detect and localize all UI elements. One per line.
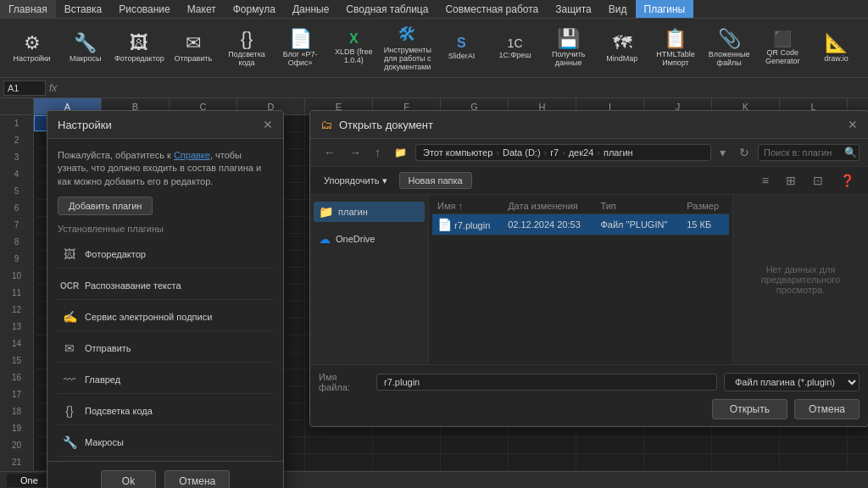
toolbar-btn-settings[interactable]: ⚙ Настройки <box>7 23 57 74</box>
breadcrumb-data[interactable]: Data (D:) <box>503 147 541 158</box>
preview-text: Нет данных для предварительного просмотр… <box>742 264 860 295</box>
filename-label: Имя файла: <box>319 372 370 392</box>
cell-I20[interactable] <box>576 437 644 453</box>
row-num-14: 14 <box>0 336 34 352</box>
folder-item-plugin[interactable]: 📁 плагин <box>314 202 425 222</box>
row-num-20: 20 <box>0 437 34 453</box>
toolbar-btn-htmltable[interactable]: 📋 HTMLTable Импорт <box>650 23 700 74</box>
menu-item-insert[interactable]: Вставка <box>56 0 111 18</box>
cell-L21[interactable] <box>780 454 848 470</box>
toolbar-btn-fresh[interactable]: 1С 1С:Фреш <box>490 23 540 74</box>
menu-item-draw[interactable]: Рисование <box>110 0 178 18</box>
menu-item-plugins[interactable]: Плагины <box>636 0 694 18</box>
cell-J20[interactable] <box>644 437 712 453</box>
filetype-select[interactable]: Файл плагина (*.plugin) <box>724 373 860 391</box>
toolbar-btn-blog[interactable]: 📄 Блог «Р7-Офис» <box>275 23 326 74</box>
nav-refresh-button[interactable]: 📁 <box>389 145 412 160</box>
col-type[interactable]: Тип <box>595 198 682 214</box>
cell-I21[interactable] <box>576 454 644 470</box>
plugin-icon-sign: ✍ <box>61 308 78 325</box>
toolbar-btn-photo[interactable]: 🖼 Фоторедактор <box>114 23 164 74</box>
row-num-19: 19 <box>0 420 34 436</box>
cell-G20[interactable] <box>441 437 509 453</box>
sort-button[interactable]: Упорядочить ▾ <box>319 174 392 188</box>
cell-L20[interactable] <box>780 437 848 453</box>
cell-E21[interactable] <box>305 454 373 470</box>
toolbar-btn-macros[interactable]: 🔧 Макросы <box>60 23 110 74</box>
settings-icon: ⚙ <box>24 34 41 53</box>
menu-item-pivot[interactable]: Сводная таблица <box>337 0 437 18</box>
settings-dialog-title: Настройки ✕ <box>47 111 283 139</box>
cell-H21[interactable] <box>509 454 576 470</box>
nav-dropdown-button[interactable]: ▾ <box>715 144 731 161</box>
open-button[interactable]: Открыть <box>712 399 787 419</box>
menu-item-formula[interactable]: Формула <box>225 0 284 18</box>
col-date[interactable]: Дата изменения <box>503 198 595 214</box>
view-list-button[interactable]: ≡ <box>757 172 774 189</box>
breadcrumb-computer[interactable]: Этот компьютер <box>423 147 492 158</box>
plugin-name-photo: Фоторедактор <box>85 249 270 259</box>
breadcrumb-dek24[interactable]: дек24 <box>569 147 594 158</box>
cell-K21[interactable] <box>712 454 780 470</box>
add-plugin-button[interactable]: Добавить плагин <box>58 197 153 215</box>
toolbar-btn-tools[interactable]: 🛠 Инструменты для работы с документами <box>382 23 433 74</box>
nav-back-button[interactable]: ← <box>319 144 341 161</box>
breadcrumb-r7[interactable]: r7 <box>550 147 559 158</box>
settings-close-button[interactable]: ✕ <box>263 118 273 131</box>
breadcrumb-plugin[interactable]: плагин <box>604 147 633 158</box>
search-input[interactable] <box>764 147 844 158</box>
menu-item-view[interactable]: Вид <box>600 0 636 18</box>
cell-E20[interactable] <box>305 437 373 453</box>
filename-input[interactable] <box>376 374 717 391</box>
cell-F21[interactable] <box>373 454 441 470</box>
menu-item-protect[interactable]: Защита <box>547 0 600 18</box>
settings-help-link[interactable]: Справке <box>174 150 210 160</box>
fileopen-close-button[interactable]: ✕ <box>848 118 858 131</box>
col-name[interactable]: Имя ↑ <box>432 198 503 214</box>
toolbar-btn-fresh-label: 1С:Фреш <box>499 51 531 59</box>
cell-J21[interactable] <box>644 454 712 470</box>
toolbar-btn-slider[interactable]: S SliderAI <box>437 23 487 74</box>
sheet-tab-one[interactable]: One <box>7 474 52 487</box>
col-size[interactable]: Размер <box>682 198 729 214</box>
plugin-icon-send: ✉ <box>61 340 78 357</box>
file-row-r7plugin[interactable]: 📄 r7.plugin 02.12.2024 20:53 Файл "PLUGI… <box>432 214 729 236</box>
cell-M20[interactable] <box>848 437 868 453</box>
settings-cancel-button[interactable]: Отмена <box>164 470 230 488</box>
toolbar-btn-attachments[interactable]: 📎 Вложенные файлы <box>704 23 754 74</box>
toolbar-btn-mindmap[interactable]: 🗺 MindMap <box>597 23 647 74</box>
cell-G21[interactable] <box>441 454 509 470</box>
fileopen-actions: Открыть Отмена <box>319 399 860 419</box>
row-num-12: 12 <box>0 302 34 318</box>
plugin-item-ocr: OCR Распознавание текста <box>58 272 273 300</box>
toolbar-btn-code[interactable]: {} Подсветка кода <box>221 23 271 74</box>
formula-input[interactable] <box>60 82 865 94</box>
folder-item-onedrive[interactable]: ☁ OneDrive <box>314 229 425 249</box>
view-grid-button[interactable]: ⊞ <box>781 172 801 189</box>
cell-M21[interactable] <box>848 454 868 470</box>
menu-item-layout[interactable]: Макет <box>179 0 225 18</box>
nav-reload-button[interactable]: ↻ <box>734 144 754 161</box>
cell-F20[interactable] <box>373 437 441 453</box>
new-folder-button[interactable]: Новая папка <box>399 172 472 189</box>
menu-bar: Главная Вставка Рисование Макет Формула … <box>0 0 868 19</box>
toolbar-btn-xldb[interactable]: X XLDB (free 1.0.4) <box>329 23 379 74</box>
nav-forward-button[interactable]: → <box>344 144 366 161</box>
cell-reference[interactable] <box>3 80 46 96</box>
menu-item-collab[interactable]: Совместная работа <box>437 0 547 18</box>
cell-K20[interactable] <box>712 437 780 453</box>
view-tiles-button[interactable]: ⊡ <box>808 172 828 189</box>
nav-up-button[interactable]: ↑ <box>370 144 386 161</box>
fileopen-cancel-button[interactable]: Отмена <box>794 399 860 419</box>
toolbar-btn-getdata[interactable]: 💾 Получить данные <box>543 23 593 74</box>
toolbar-btn-qrcode[interactable]: ⬛ QR Code Generator <box>758 23 808 74</box>
attachments-icon: 📎 <box>718 30 741 48</box>
view-help-button[interactable]: ❓ <box>835 172 860 189</box>
cell-H20[interactable] <box>509 437 576 453</box>
toolbar-btn-send[interactable]: ✉ Отправить <box>168 23 218 74</box>
menu-item-data[interactable]: Данные <box>284 0 337 18</box>
toolbar-btn-drawio[interactable]: 📐 draw.io <box>811 23 861 74</box>
toolbar-btn-mindmap-label: MindMap <box>606 54 637 63</box>
settings-ok-button[interactable]: Ok <box>101 470 156 488</box>
menu-item-home[interactable]: Главная <box>0 0 56 18</box>
